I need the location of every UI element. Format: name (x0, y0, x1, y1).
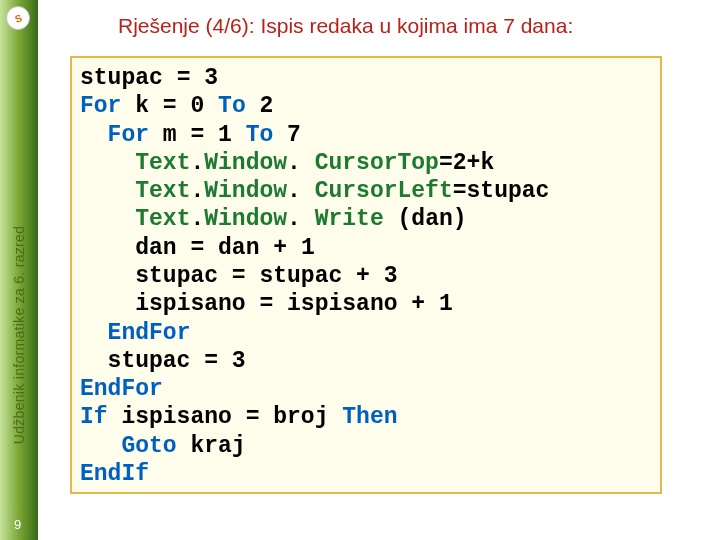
logo-icon: S (13, 12, 23, 25)
left-rail: S Udžbenik informatike za 6. razred 9 (0, 0, 38, 540)
slide-title: Rješenje (4/6): Ispis redaka u kojima im… (118, 14, 573, 38)
rail-label: Udžbenik informatike za 6. razred (11, 226, 27, 444)
code-box: stupac = 3 For k = 0 To 2 For m = 1 To 7… (70, 56, 662, 494)
logo-badge: S (6, 6, 30, 30)
page-number: 9 (14, 517, 21, 532)
code-listing: stupac = 3 For k = 0 To 2 For m = 1 To 7… (80, 64, 652, 488)
